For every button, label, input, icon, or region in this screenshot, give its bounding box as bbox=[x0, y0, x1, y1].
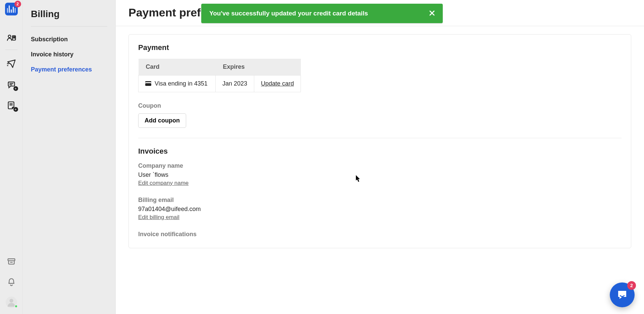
close-icon bbox=[429, 10, 435, 16]
expires-cell: Jan 2023 bbox=[216, 75, 254, 92]
nav-contacts[interactable] bbox=[0, 28, 23, 48]
chat-icon bbox=[616, 289, 628, 301]
sidebar-item-invoice-history[interactable]: Invoice history bbox=[23, 47, 115, 62]
payment-table: Card Expires Visa ending in 4351 Jan 202… bbox=[138, 59, 301, 92]
nav-archive[interactable] bbox=[0, 251, 23, 272]
svg-point-2 bbox=[13, 37, 14, 37]
coupon-heading: Coupon bbox=[138, 102, 622, 109]
send-icon bbox=[6, 59, 16, 69]
card-text: Visa ending in 4351 bbox=[155, 80, 208, 87]
add-coupon-button[interactable]: Add coupon bbox=[138, 113, 186, 128]
col-actions bbox=[254, 59, 301, 75]
toast-close-button[interactable] bbox=[424, 9, 435, 18]
payment-card: Payment Card Expires Visa ending in 4351… bbox=[128, 34, 631, 248]
sidebar: Billing Subscription Invoice history Pay… bbox=[23, 0, 115, 314]
sidebar-separator bbox=[31, 26, 107, 27]
logo-badge: 2 bbox=[14, 1, 21, 7]
plus-badge-icon: + bbox=[13, 107, 18, 112]
invoice-notifications-label: Invoice notifications bbox=[138, 231, 622, 238]
section-separator bbox=[138, 138, 622, 138]
payment-row: Visa ending in 4351 Jan 2023 Update card bbox=[139, 75, 301, 92]
user-avatar[interactable] bbox=[6, 297, 17, 308]
toast-message: You've successfully updated your credit … bbox=[209, 10, 368, 17]
credit-card-icon bbox=[145, 81, 151, 86]
card-cell: Visa ending in 4351 bbox=[139, 75, 216, 92]
svg-point-5 bbox=[14, 38, 15, 38]
col-card: Card bbox=[139, 59, 216, 75]
sidebar-item-subscription[interactable]: Subscription bbox=[23, 32, 115, 47]
svg-point-4 bbox=[13, 38, 14, 38]
archive-icon bbox=[6, 256, 16, 266]
chat-badge: 2 bbox=[627, 281, 636, 290]
presence-indicator bbox=[14, 305, 18, 308]
svg-point-0 bbox=[8, 35, 11, 38]
company-name-label: Company name bbox=[138, 162, 622, 169]
nav-new-note[interactable]: + bbox=[0, 95, 23, 116]
contacts-icon bbox=[6, 33, 16, 43]
edit-company-name-link[interactable]: Edit company name bbox=[138, 180, 189, 186]
svg-point-12 bbox=[9, 299, 13, 303]
main: Payment preferences Payment Card Expires… bbox=[115, 0, 644, 314]
svg-point-3 bbox=[14, 37, 15, 37]
rail-separator bbox=[5, 50, 17, 50]
app-logo[interactable]: 2 bbox=[5, 3, 18, 15]
invoices-heading: Invoices bbox=[138, 147, 622, 156]
edit-billing-email-link[interactable]: Edit billing email bbox=[138, 214, 179, 220]
company-name-value: User `flows bbox=[138, 171, 622, 178]
bell-icon bbox=[6, 277, 16, 287]
sidebar-title: Billing bbox=[23, 0, 115, 26]
payment-heading: Payment bbox=[138, 43, 622, 52]
plus-badge-icon: + bbox=[13, 86, 18, 91]
svg-rect-10 bbox=[8, 259, 15, 261]
chat-launcher[interactable]: 2 bbox=[610, 282, 635, 307]
col-expires: Expires bbox=[216, 59, 254, 75]
update-card-link[interactable]: Update card bbox=[261, 80, 294, 87]
nav-new-message[interactable]: + bbox=[0, 74, 23, 95]
nav-rail: 2 + + bbox=[0, 0, 23, 314]
nav-notifications[interactable] bbox=[0, 272, 23, 293]
billing-email-value: 97a01404@uifeed.com bbox=[138, 206, 622, 213]
billing-email-label: Billing email bbox=[138, 197, 622, 204]
sidebar-item-payment-preferences[interactable]: Payment preferences bbox=[23, 62, 115, 77]
success-toast: You've successfully updated your credit … bbox=[201, 4, 443, 23]
nav-send[interactable] bbox=[0, 53, 23, 74]
